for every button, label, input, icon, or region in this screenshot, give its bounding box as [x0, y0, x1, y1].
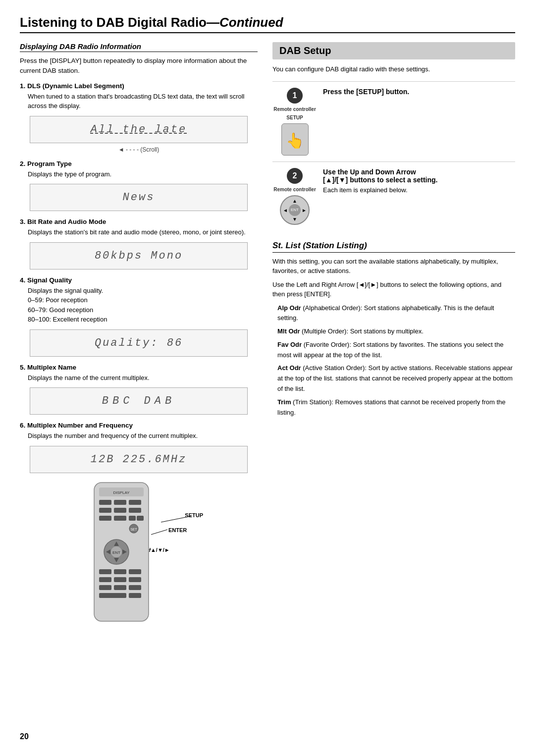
svg-rect-9 — [99, 508, 111, 513]
section-intro: Press the [DISPLAY] button repeatedly to… — [20, 56, 258, 76]
item-1: 1. DLS (Dynamic Label Segment) When tune… — [20, 82, 258, 153]
step-1-remote-label: Remote controller — [273, 107, 316, 112]
step-2-content: Use the Up and Down Arrow [▲]/[▼] button… — [323, 168, 515, 225]
scroll-indicator: ◄ - - - - (Scroll) — [20, 146, 258, 153]
svg-rect-25 — [99, 569, 111, 574]
arrow-right-icon: ► — [302, 207, 307, 213]
header-title-italic: —Continued — [207, 15, 283, 30]
remote-body-svg: DISPLAY SET — [89, 480, 159, 629]
mini-remote-1: 👆 — [281, 123, 309, 156]
step-2-number: 2 — [287, 168, 303, 184]
svg-rect-28 — [99, 577, 111, 582]
svg-rect-33 — [129, 585, 141, 590]
lcd-display-2: News — [30, 184, 248, 211]
svg-line-1 — [161, 516, 191, 522]
hand-icon: 👆 — [286, 132, 304, 149]
svg-rect-11 — [129, 508, 141, 513]
lcd-display-6: 12B 225.6MHz — [30, 446, 248, 473]
section-title: Displaying DAB Radio Information — [20, 42, 258, 52]
svg-rect-32 — [114, 585, 126, 590]
main-layout: Displaying DAB Radio Information Press t… — [20, 42, 515, 639]
step-2-remote-label: Remote controller — [273, 187, 316, 192]
item-6-heading: 6. Multiplex Number and Frequency — [20, 422, 258, 429]
lcd-display-3: 80kbps Mono — [30, 242, 248, 270]
step-2-row: 2 Remote controller ▲ ▼ ◄ ► ENT Use the … — [272, 162, 515, 231]
item-5-body: Displays the name of the current multipl… — [20, 373, 258, 383]
item-5-heading: 5. Multiplex Name — [20, 364, 258, 371]
st-list-intro1: With this setting, you can sort the avai… — [272, 257, 515, 276]
arrow-left-icon: ◄ — [283, 207, 288, 213]
dab-setup-title: DAB Setup — [272, 42, 515, 59]
svg-rect-7 — [114, 500, 126, 505]
st-list-intro2: Use the Left and Right Arrow [◄]/[►] but… — [272, 280, 515, 299]
svg-rect-8 — [129, 500, 141, 505]
page-number: 20 — [20, 732, 29, 741]
dab-setup-intro: You can configure DAB digital radio with… — [272, 64, 515, 74]
step-2-note: Each item is explained below. — [323, 186, 515, 195]
item-6-body: Displays the number and frequency of the… — [20, 431, 258, 441]
svg-rect-15 — [137, 516, 144, 521]
page-header: Listening to DAB Digital Radio—Continued — [20, 15, 515, 33]
item-2-body: Displays the type of program. — [20, 169, 258, 179]
step-1-title: Press the [SETUP] button. — [323, 88, 515, 96]
option-mlt-odr: Mlt Odr (Multiple Order): Sort stations … — [277, 326, 515, 337]
svg-rect-35 — [129, 593, 141, 598]
svg-rect-30 — [129, 577, 141, 582]
item-1-body: When tuned to a station that's broadcast… — [20, 92, 258, 111]
item-2: 2. Program Type Displays the type of pro… — [20, 160, 258, 212]
svg-rect-26 — [114, 569, 126, 574]
option-alp-odr: Alp Odr (Alphabetical Order): Sort stati… — [277, 303, 515, 324]
svg-rect-27 — [129, 569, 141, 574]
svg-rect-10 — [114, 508, 126, 513]
arrow-down-icon: ▼ — [292, 216, 297, 222]
step-1-number: 1 — [287, 88, 303, 104]
svg-rect-34 — [99, 593, 126, 598]
item-3-heading: 3. Bit Rate and Audio Mode — [20, 218, 258, 225]
left-column: Displaying DAB Radio Information Press t… — [20, 42, 258, 639]
step-2-remote: 2 Remote controller ▲ ▼ ◄ ► ENT — [272, 168, 317, 225]
option-list: Alp Odr (Alphabetical Order): Sort stati… — [272, 303, 515, 418]
mini-remote-2: ▲ ▼ ◄ ► ENT — [280, 195, 310, 225]
step-1-row: 1 Remote controller SETUP 👆 Press the [S… — [272, 81, 515, 162]
enter-center: ENT — [289, 204, 301, 216]
item-4-heading: 4. Signal Quality — [20, 276, 258, 284]
svg-rect-29 — [114, 577, 126, 582]
item-2-heading: 2. Program Type — [20, 160, 258, 167]
svg-text:ENT: ENT — [112, 550, 120, 555]
item-5: 5. Multiplex Name Displays the name of t… — [20, 364, 258, 415]
svg-text:DISPLAY: DISPLAY — [113, 490, 130, 495]
svg-rect-6 — [99, 500, 111, 505]
st-list-title: St. List (Station Listing) — [272, 241, 515, 253]
lcd-display-4: Quality: 86 — [30, 329, 248, 357]
step-1-remote: 1 Remote controller SETUP 👆 — [272, 88, 317, 156]
item-3: 3. Bit Rate and Audio Mode Displays the … — [20, 218, 258, 270]
arrow-up-icon: ▲ — [292, 198, 297, 204]
item-4: 4. Signal Quality Displays the signal qu… — [20, 276, 258, 357]
right-column: DAB Setup You can configure DAB digital … — [272, 42, 515, 639]
svg-rect-13 — [114, 516, 126, 521]
step-1-remote-sub: SETUP — [286, 115, 303, 120]
svg-rect-14 — [129, 516, 136, 521]
svg-text:SET: SET — [130, 528, 137, 531]
lcd-display-1: All the late — [30, 116, 248, 143]
header-title-normal: Listening to DAB Digital Radio — [20, 15, 207, 30]
item-3-body: Displays the station's bit rate and audi… — [20, 227, 258, 237]
item-4-body: Displays the signal quality. 0–59: Poor … — [20, 286, 258, 324]
option-fav-odr: Fav Odr (Favorite Order): Sort stations … — [277, 340, 515, 361]
item-1-heading: 1. DLS (Dynamic Label Segment) — [20, 82, 258, 90]
step-2-title: Use the Up and Down Arrow [▲]/[▼] button… — [323, 168, 515, 184]
svg-rect-31 — [99, 585, 111, 590]
svg-rect-12 — [99, 516, 111, 521]
option-act-odr: Act Odr (Active Station Order): Sort by … — [277, 363, 515, 394]
option-trim: Trim (Trim Station): Removes stations th… — [277, 397, 515, 418]
step-1-content: Press the [SETUP] button. — [323, 88, 515, 156]
remote-diagram: ENTER SETUP ◄/▲/▼/► DISPLAY — [74, 480, 203, 639]
lcd-display-5: BBC DAB — [30, 387, 248, 415]
item-6: 6. Multiplex Number and Frequency Displa… — [20, 422, 258, 473]
